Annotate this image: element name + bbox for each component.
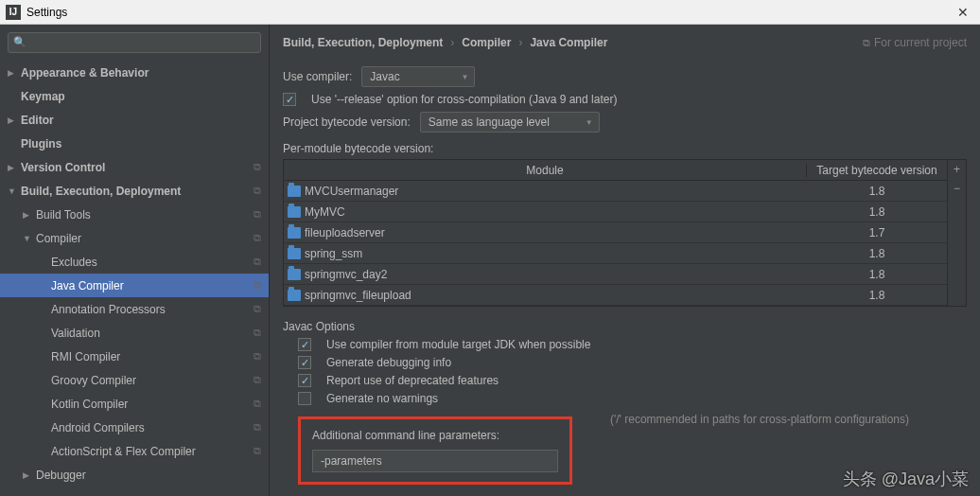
module-version[interactable]: 1.8 <box>807 247 947 260</box>
add-module-button[interactable]: + <box>948 160 966 179</box>
module-version[interactable]: 1.8 <box>807 289 947 302</box>
module-icon <box>288 227 301 239</box>
table-row[interactable]: MyMVC1.8 <box>284 202 947 222</box>
sidebar-item-groovy-compiler[interactable]: Groovy Compiler⧉ <box>0 368 269 392</box>
sidebar-item-label: ActionScript & Flex Compiler <box>51 445 254 458</box>
sidebar-item-build-tools[interactable]: ▶Build Tools⧉ <box>0 203 269 226</box>
crumb-0[interactable]: Build, Execution, Deployment <box>283 36 443 49</box>
module-version[interactable]: 1.8 <box>807 268 947 281</box>
tree-arrow-icon: ▼ <box>23 234 36 243</box>
copy-icon: ⧉ <box>254 374 261 386</box>
sidebar-item-android-compilers[interactable]: Android Compilers⧉ <box>0 416 269 439</box>
sidebar-item-label: Groovy Compiler <box>51 374 254 387</box>
sidebar-item-plugins[interactable]: Plugins <box>0 132 269 155</box>
col-module[interactable]: Module <box>284 164 807 177</box>
remove-module-button[interactable]: − <box>948 179 966 198</box>
module-name: fileuploadserver <box>305 226 385 239</box>
copy-icon: ⧉ <box>254 303 261 315</box>
tree-arrow-icon: ▶ <box>8 68 21 78</box>
sidebar-item-keymap[interactable]: Keymap <box>0 84 269 108</box>
table-row[interactable]: MVCUsermanager1.8 <box>284 181 947 202</box>
table-row[interactable]: spring_ssm1.8 <box>284 243 947 264</box>
sidebar-item-appearance-behavior[interactable]: ▶Appearance & Behavior <box>0 61 269 84</box>
module-version[interactable]: 1.7 <box>807 226 947 239</box>
copy-icon: ⧉ <box>254 350 261 363</box>
copy-icon: ⧉ <box>254 398 261 410</box>
release-checkbox[interactable] <box>283 93 296 106</box>
option-checkbox[interactable] <box>298 356 311 369</box>
bytecode-select[interactable]: Same as language level ▼ <box>420 112 600 133</box>
per-module-label: Per-module bytecode version: <box>283 142 967 155</box>
tree-arrow-icon: ▶ <box>23 470 36 480</box>
col-version[interactable]: Target bytecode version <box>807 164 947 177</box>
copy-icon: ⧉ <box>254 161 261 173</box>
copy-icon: ⧉ <box>254 421 261 434</box>
copy-icon: ⧉ <box>863 37 870 49</box>
sidebar-item-java-compiler[interactable]: Java Compiler⧉ <box>0 274 269 297</box>
copy-icon: ⧉ <box>254 327 261 339</box>
sidebar-item-validation[interactable]: Validation⧉ <box>0 321 269 345</box>
module-name: springmvc_fileupload <box>305 289 411 302</box>
option-label: Generate no warnings <box>326 392 438 405</box>
module-version[interactable]: 1.8 <box>807 185 947 198</box>
search-input[interactable] <box>8 32 261 53</box>
use-compiler-select[interactable]: Javac ▼ <box>361 66 475 87</box>
option-checkbox[interactable] <box>298 392 311 405</box>
table-row[interactable]: springmvc_fileupload1.8 <box>284 285 947 306</box>
for-project-label: For current project <box>874 36 967 49</box>
sidebar-item-rmi-compiler[interactable]: RMI Compiler⧉ <box>0 345 269 368</box>
settings-tree: ▶Appearance & BehaviorKeymap▶EditorPlugi… <box>0 61 269 496</box>
sidebar-item-label: Excludes <box>51 256 254 269</box>
search-icon: 🔍 <box>13 36 26 48</box>
module-name: springmvc_day2 <box>305 268 387 281</box>
close-icon[interactable]: ✕ <box>952 5 974 20</box>
module-icon <box>288 206 301 218</box>
sidebar-item-debugger[interactable]: ▶Debugger <box>0 463 269 487</box>
cmdline-hint: ('/' recommended in paths for cross-plat… <box>610 413 909 426</box>
release-label: Use '--release' option for cross-compila… <box>311 93 617 106</box>
sidebar-item-label: Version Control <box>21 161 254 174</box>
option-checkbox[interactable] <box>298 338 311 351</box>
sidebar-item-editor[interactable]: ▶Editor <box>0 108 269 132</box>
breadcrumb: Build, Execution, Deployment › Compiler … <box>270 25 980 61</box>
sidebar-item-excludes[interactable]: Excludes⧉ <box>0 250 269 274</box>
bytecode-label: Project bytecode version: <box>283 115 411 129</box>
tree-arrow-icon: ▶ <box>8 115 21 125</box>
sidebar-item-compiler[interactable]: ▼Compiler⧉ <box>0 226 269 250</box>
copy-icon: ⧉ <box>254 445 261 457</box>
module-table: Module Target bytecode version MVCUserma… <box>283 159 967 307</box>
copy-icon: ⧉ <box>254 256 261 268</box>
tree-arrow-icon: ▼ <box>8 186 21 196</box>
cmdline-input[interactable] <box>312 450 558 472</box>
chevron-right-icon: › <box>518 36 522 49</box>
sidebar-item-label: Debugger <box>36 469 261 482</box>
sidebar-item-actionscript-flex-compiler[interactable]: ActionScript & Flex Compiler⧉ <box>0 439 269 463</box>
option-checkbox[interactable] <box>298 374 311 387</box>
sidebar-item-label: Build, Execution, Deployment <box>21 185 254 198</box>
copy-icon: ⧉ <box>254 232 261 244</box>
sidebar-item-label: Keymap <box>21 90 261 103</box>
module-icon <box>288 186 301 197</box>
module-version[interactable]: 1.8 <box>807 205 947 219</box>
table-row[interactable]: springmvc_day21.8 <box>284 264 947 285</box>
table-row[interactable]: fileuploadserver1.7 <box>284 222 947 243</box>
option-label: Use compiler from module target JDK when… <box>326 338 590 351</box>
sidebar-item-label: Validation <box>51 327 254 340</box>
sidebar-item-kotlin-compiler[interactable]: Kotlin Compiler⧉ <box>0 392 269 416</box>
sidebar: 🔍 ▶Appearance & BehaviorKeymap▶EditorPlu… <box>0 25 270 496</box>
crumb-2: Java Compiler <box>530 36 607 49</box>
crumb-1[interactable]: Compiler <box>462 36 511 49</box>
cmdline-label: Additional command line parameters: <box>312 429 558 442</box>
module-name: spring_ssm <box>305 247 362 260</box>
module-name: MVCUsermanager <box>305 185 398 198</box>
sidebar-item-annotation-processors[interactable]: Annotation Processors⧉ <box>0 297 269 321</box>
sidebar-item-build-execution-deployment[interactable]: ▼Build, Execution, Deployment⧉ <box>0 179 269 203</box>
content-panel: Build, Execution, Deployment › Compiler … <box>270 25 980 496</box>
module-icon <box>288 290 301 301</box>
sidebar-item-label: Kotlin Compiler <box>51 398 254 411</box>
chevron-down-icon: ▼ <box>461 73 468 81</box>
copy-icon: ⧉ <box>254 208 261 221</box>
titlebar: IJ Settings ✕ <box>0 0 980 25</box>
sidebar-item-label: Android Compilers <box>51 421 254 434</box>
sidebar-item-version-control[interactable]: ▶Version Control⧉ <box>0 155 269 179</box>
